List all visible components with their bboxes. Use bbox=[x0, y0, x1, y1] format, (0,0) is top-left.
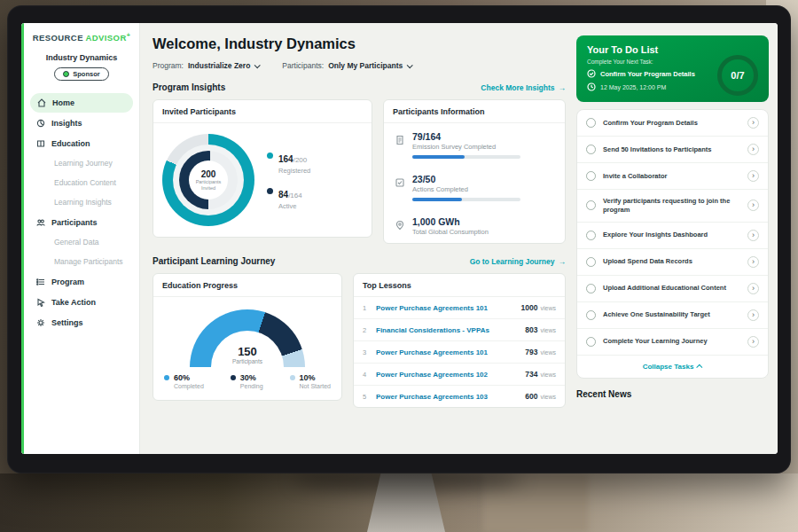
lesson-link[interactable]: Power Purchase Agreements 103 bbox=[376, 393, 525, 401]
consumption-value: 1,000 GWh bbox=[412, 216, 489, 227]
todo-next-task-label: Confirm Your Program Details bbox=[600, 70, 695, 78]
sidebar-item-general-data[interactable]: General Data bbox=[24, 232, 139, 252]
task-checkbox[interactable] bbox=[586, 145, 596, 154]
sidebar-item-learning-journey[interactable]: Learning Journey bbox=[24, 153, 139, 173]
task-row[interactable]: Confirm Your Program Details › bbox=[577, 110, 768, 136]
program-insights-title: Program Insights bbox=[153, 82, 225, 92]
role-badge[interactable]: Sponsor bbox=[54, 67, 108, 81]
actions-progress-track bbox=[412, 198, 520, 201]
not-started-label: Not Started bbox=[300, 383, 331, 389]
sponsor-icon bbox=[63, 71, 69, 77]
role-badge-wrap: Sponsor bbox=[24, 67, 139, 81]
collapse-tasks-link[interactable]: Collapse Tasks bbox=[577, 355, 768, 378]
active-dot-icon bbox=[267, 188, 273, 194]
sidebar-item-education[interactable]: Education bbox=[24, 133, 139, 153]
legend-active: 84/164 Active bbox=[267, 185, 310, 210]
task-row[interactable]: Explore Your Insights Dashboard › bbox=[577, 222, 768, 248]
chevron-right-icon[interactable]: › bbox=[747, 144, 759, 155]
invited-participants-donut: 200 Participants Invited bbox=[162, 134, 254, 226]
survey-icon bbox=[395, 133, 405, 144]
donut-center-label: Participants Invited bbox=[192, 179, 224, 191]
task-row[interactable]: Upload Spend Data Records › bbox=[577, 248, 768, 275]
task-row[interactable]: Complete Your Learning Journey › bbox=[577, 328, 768, 355]
task-checkbox[interactable] bbox=[586, 231, 596, 240]
chevron-down-icon[interactable] bbox=[254, 62, 261, 68]
task-checkbox[interactable] bbox=[586, 200, 596, 210]
sidebar-item-program[interactable]: Program bbox=[24, 271, 139, 292]
task-checkbox[interactable] bbox=[586, 118, 596, 128]
link-label: Check More Insights bbox=[481, 83, 554, 92]
pending-dot-icon bbox=[231, 375, 236, 380]
chevron-right-icon[interactable]: › bbox=[747, 200, 759, 211]
todo-next-task[interactable]: Confirm Your Program Details bbox=[587, 69, 711, 78]
task-row[interactable]: Achieve One Sustainability Target › bbox=[577, 301, 768, 328]
program-value[interactable]: Industrialize Zero bbox=[188, 61, 250, 70]
lesson-row: 3 Power Purchase Agreements 101 793 view… bbox=[354, 340, 565, 363]
sidebar-item-learning-insights[interactable]: Learning Insights bbox=[24, 192, 139, 212]
go-to-learning-journey-link[interactable]: Go to Learning Journey → bbox=[470, 257, 566, 266]
program-insights-header: Program Insights Check More Insights → bbox=[153, 82, 566, 92]
clock-icon bbox=[587, 82, 596, 91]
link-label: Go to Learning Journey bbox=[470, 257, 555, 266]
todo-progress-value: 0/7 bbox=[731, 70, 744, 81]
pending-label: Pending bbox=[240, 383, 263, 389]
chevron-right-icon[interactable]: › bbox=[747, 283, 759, 294]
program-icon bbox=[36, 278, 45, 286]
task-row[interactable]: Invite a Collaborator › bbox=[577, 162, 768, 189]
lesson-link[interactable]: Power Purchase Agreements 101 bbox=[376, 348, 525, 356]
lesson-link[interactable]: Financial Considerations - VPPAs bbox=[376, 326, 525, 334]
task-label: Confirm Your Program Details bbox=[603, 119, 740, 128]
recent-news-title: Recent News bbox=[576, 389, 769, 399]
task-checkbox[interactable] bbox=[586, 284, 596, 293]
active-label: Active bbox=[278, 202, 302, 210]
chevron-right-icon[interactable]: › bbox=[747, 336, 759, 348]
legend-registered: 164/200 Registered bbox=[267, 150, 310, 175]
participants-selector[interactable]: Participants: Only My Participants bbox=[282, 61, 411, 70]
sidebar-item-manage-participants[interactable]: Manage Participants bbox=[24, 252, 139, 271]
chevron-right-icon[interactable]: › bbox=[747, 309, 759, 321]
active-total: /164 bbox=[288, 192, 302, 200]
lesson-views-label: views bbox=[540, 394, 556, 400]
sidebar-item-label: Program bbox=[51, 278, 84, 286]
sidebar-item-participants[interactable]: Participants bbox=[24, 212, 139, 232]
task-checkbox[interactable] bbox=[586, 337, 596, 347]
card-title: Invited Participants bbox=[153, 100, 372, 123]
task-checkbox[interactable] bbox=[586, 171, 596, 181]
task-row[interactable]: Send 50 Invitations to Participants › bbox=[577, 136, 768, 162]
page-title: Welcome, Industry Dynamics bbox=[153, 35, 566, 52]
sidebar-item-settings[interactable]: Settings bbox=[24, 312, 139, 332]
chevron-down-icon[interactable] bbox=[407, 62, 413, 68]
lesson-views: 803 bbox=[525, 325, 537, 334]
program-selector[interactable]: Program: Industrialize Zero bbox=[153, 61, 259, 70]
participants-value[interactable]: Only My Participants bbox=[328, 61, 403, 70]
chevron-right-icon[interactable]: › bbox=[747, 256, 759, 268]
app-logo: RESOURCE ADVISOR+ bbox=[24, 32, 139, 43]
chevron-right-icon[interactable]: › bbox=[747, 170, 759, 182]
legend-completed: 60% Completed bbox=[164, 373, 204, 389]
task-checkbox[interactable] bbox=[586, 310, 596, 320]
sidebar-item-take-action[interactable]: Take Action bbox=[24, 292, 139, 312]
lesson-link[interactable]: Power Purchase Agreements 102 bbox=[376, 371, 525, 379]
check-more-insights-link[interactable]: Check More Insights → bbox=[481, 83, 566, 92]
consumption-label: Total Global Consumption bbox=[412, 228, 489, 236]
not-started-dot-icon bbox=[290, 375, 295, 380]
lesson-link[interactable]: Power Purchase Agreements 101 bbox=[376, 304, 521, 312]
lesson-rank: 4 bbox=[363, 371, 372, 379]
chevron-right-icon[interactable]: › bbox=[747, 117, 759, 129]
participants-icon bbox=[36, 218, 45, 227]
sidebar-item-label: Participants bbox=[51, 218, 98, 227]
collapse-tasks-label: Collapse Tasks bbox=[643, 363, 694, 371]
learning-journey-title: Participant Learning Journey bbox=[153, 256, 275, 266]
task-row[interactable]: Verify participants requesting to join t… bbox=[577, 189, 768, 222]
sidebar-item-insights[interactable]: Insights bbox=[24, 113, 139, 133]
gauge-center-text: 150 Participants bbox=[153, 345, 341, 364]
task-checkbox[interactable] bbox=[586, 257, 596, 267]
info-progress-fill bbox=[412, 155, 465, 159]
content-area: Welcome, Industry Dynamics Program: Indu… bbox=[140, 23, 778, 454]
task-row[interactable]: Upload Additional Educational Content › bbox=[577, 275, 768, 301]
sidebar-item-education-content[interactable]: Education Content bbox=[24, 173, 139, 192]
sidebar-item-home[interactable]: Home bbox=[30, 93, 133, 113]
check-circle-icon bbox=[587, 69, 596, 78]
legend-pending: 30% Pending bbox=[231, 373, 263, 389]
chevron-right-icon[interactable]: › bbox=[747, 230, 759, 241]
